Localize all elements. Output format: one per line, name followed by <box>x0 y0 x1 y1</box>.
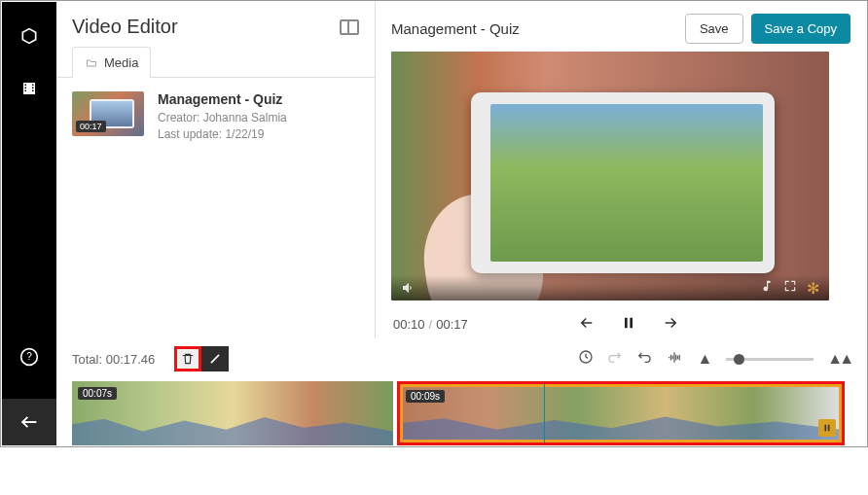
timeline[interactable]: 00:07s 00:09s ✂ ⇤ ⇥ 00:10.92 <box>72 381 850 445</box>
video-preview[interactable]: ✻ <box>391 52 829 301</box>
playhead[interactable] <box>544 381 545 445</box>
undo-icon[interactable] <box>636 349 652 369</box>
transition-button[interactable] <box>201 346 229 371</box>
svg-text:?: ? <box>26 351 32 362</box>
volume-icon[interactable] <box>401 280 416 296</box>
zoom-slider[interactable] <box>726 358 814 361</box>
media-item[interactable]: 00:17 Management - Quiz Creator: Johanna… <box>72 91 359 143</box>
zoom-in-icon[interactable]: ▲▲ <box>827 350 850 368</box>
cube-icon[interactable] <box>18 25 40 47</box>
panel-toggle-icon[interactable] <box>340 19 359 35</box>
app-title: Video Editor <box>72 16 178 38</box>
save-copy-button[interactable]: Save a Copy <box>751 14 850 44</box>
history-icon[interactable] <box>578 349 594 369</box>
current-time: 00:10 <box>393 317 425 332</box>
zoom-out-icon[interactable]: ▲ <box>697 350 712 368</box>
delete-clip-button[interactable] <box>174 346 201 371</box>
segment-1-duration: 00:07s <box>78 387 117 400</box>
segment-2-duration: 00:09s <box>406 390 445 403</box>
timeline-segment-1[interactable]: 00:07s <box>72 381 393 445</box>
clip-end-handle[interactable] <box>818 419 836 437</box>
media-thumbnail: 00:17 <box>72 91 144 136</box>
fullscreen-icon[interactable] <box>783 279 797 297</box>
save-button[interactable]: Save <box>685 14 743 44</box>
pause-button[interactable] <box>617 311 640 337</box>
next-button[interactable] <box>658 310 683 338</box>
preview-title: Management - Quiz <box>391 20 520 37</box>
timeline-segment-2-selected[interactable]: 00:09s ✂ ⇤ ⇥ 00:10.92 <box>397 381 845 445</box>
help-icon[interactable]: ? <box>18 346 40 368</box>
music-icon[interactable] <box>760 279 774 297</box>
side-nav: ? <box>2 2 56 445</box>
transport-bar: 00:10 / 00:17 <box>391 301 850 338</box>
timeline-total: Total: 00:17.46 <box>72 352 155 367</box>
media-creator: Creator: Johanna Salmia <box>158 110 287 126</box>
settings-icon[interactable]: ✻ <box>807 279 819 298</box>
tab-media-label: Media <box>104 55 138 70</box>
thumbnail-duration: 00:17 <box>76 121 106 132</box>
filmstrip-icon[interactable] <box>18 78 40 99</box>
prev-button[interactable] <box>574 310 599 338</box>
back-button[interactable] <box>2 399 56 445</box>
media-updated: Last update: 1/22/19 <box>158 126 287 143</box>
waveform-icon[interactable] <box>666 350 683 368</box>
tab-media[interactable]: Media <box>72 47 151 78</box>
redo-icon[interactable] <box>607 349 623 369</box>
media-title: Management - Quiz <box>158 91 287 107</box>
total-time: 00:17 <box>436 317 468 332</box>
